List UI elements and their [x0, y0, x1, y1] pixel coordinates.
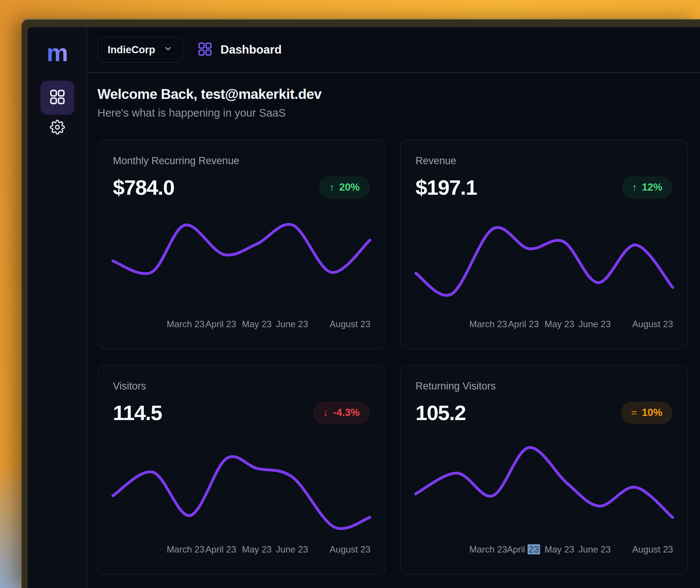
card-title: Returning Visitors	[416, 380, 673, 392]
sidebar: m	[28, 27, 87, 588]
app-window: m	[22, 19, 700, 588]
page-heading: Dashboard	[197, 41, 282, 58]
stat-card-1: Monthly Recurring Revenue $784.0 ↑ 20% M…	[97, 140, 385, 349]
team-selector-button[interactable]: IndieCorp	[97, 37, 183, 63]
x-axis-labels: March 23April 23May 23June 23August 23	[416, 542, 673, 557]
x-axis-label: August 23	[632, 544, 673, 555]
x-axis-label: August 23	[632, 319, 673, 329]
stat-cards-grid: Monthly Recurring Revenue $784.0 ↑ 20% M…	[97, 140, 688, 575]
x-axis-label: June 23	[578, 544, 611, 555]
sparkline-chart	[113, 444, 370, 538]
sparkline-path	[113, 224, 370, 274]
arrow-down-icon: ↓	[323, 407, 328, 419]
x-axis-label: May 23	[544, 544, 574, 555]
welcome-subheading: Here's what is happening in your SaaS	[97, 107, 688, 119]
card-value: 105.2	[416, 400, 466, 425]
welcome-heading: Welcome Back, test@makerkit.dev	[97, 86, 688, 102]
sparkline-chart	[113, 219, 370, 313]
x-axis-label: August 23	[330, 319, 370, 329]
sparkline-chart	[416, 444, 673, 538]
x-axis-label: June 23	[276, 544, 308, 555]
card-value: $784.0	[113, 175, 174, 200]
stat-card-4: Returning Visitors 105.2 = 10% March 23A…	[400, 365, 688, 575]
topbar: IndieCorp	[87, 27, 700, 73]
trend-badge: ↓ -4.3%	[313, 402, 370, 424]
x-axis-label: April 23	[508, 319, 539, 329]
arrow-up-icon: ↑	[329, 182, 334, 193]
sparkline-path	[416, 448, 673, 517]
card-title: Revenue	[416, 155, 673, 167]
content: Welcome Back, test@makerkit.dev Here's w…	[87, 73, 700, 575]
trend-badge: = 10%	[621, 402, 672, 424]
page-title: Dashboard	[220, 43, 282, 57]
sparkline-chart	[416, 219, 673, 313]
app-window-body: m	[28, 27, 700, 588]
card-value-row: $784.0 ↑ 20%	[113, 175, 370, 200]
x-axis-label: April 23	[205, 544, 236, 555]
card-value-row: $197.1 ↑ 12%	[416, 175, 673, 200]
grid-icon	[197, 41, 213, 58]
trend-badge: ↑ 12%	[622, 176, 672, 199]
card-value: $197.1	[416, 175, 477, 200]
x-axis-label: May 23	[242, 544, 272, 555]
arrow-up-icon: ↑	[632, 182, 637, 193]
trend-value: 12%	[642, 182, 662, 193]
trend-badge: ↑ 20%	[319, 176, 370, 199]
card-title: Visitors	[113, 380, 370, 392]
sparkline-path	[113, 457, 370, 529]
x-axis-label: March 23	[469, 319, 507, 329]
x-axis-labels: March 23April 23May 23June 23August 23	[113, 317, 370, 332]
x-axis-label: April 23	[205, 319, 236, 329]
makerkit-logo: m	[47, 41, 68, 65]
x-axis-label: March 23	[167, 319, 205, 329]
x-axis-label: March 23	[167, 544, 205, 555]
main-area: IndieCorp	[87, 27, 700, 588]
x-axis-label: June 23	[276, 319, 308, 329]
x-axis-label: June 23	[578, 319, 611, 329]
selected-text: 23	[527, 544, 540, 554]
x-axis-label: April 23	[507, 544, 540, 555]
stat-card-2: Revenue $197.1 ↑ 12% March 23April 23May…	[400, 140, 688, 349]
x-axis-labels: March 23April 23May 23June 23August 23	[113, 542, 370, 557]
trend-value: 20%	[339, 182, 359, 193]
trend-value: -4.3%	[333, 407, 360, 419]
x-axis-label: May 23	[544, 319, 574, 329]
sidebar-item-dashboard[interactable]	[40, 81, 74, 115]
sparkline-path	[416, 228, 673, 296]
x-axis-label: March 23	[469, 544, 507, 555]
grid-icon	[49, 88, 66, 107]
team-selector-label: IndieCorp	[108, 44, 155, 56]
card-value: 114.5	[113, 400, 162, 425]
chevron-down-icon	[163, 44, 173, 56]
stat-card-3: Visitors 114.5 ↓ -4.3% March 23April 23M…	[97, 365, 385, 575]
x-axis-labels: March 23April 23May 23June 23August 23	[416, 317, 673, 332]
card-title: Monthly Recurring Revenue	[113, 155, 370, 167]
trend-value: 10%	[642, 407, 662, 419]
x-axis-label: August 23	[330, 544, 370, 555]
equals-icon: =	[631, 407, 637, 419]
gear-icon	[50, 120, 65, 136]
sidebar-item-settings[interactable]	[43, 113, 72, 143]
x-axis-label: May 23	[242, 319, 272, 329]
card-value-row: 105.2 = 10%	[416, 400, 673, 425]
card-value-row: 114.5 ↓ -4.3%	[113, 400, 370, 425]
